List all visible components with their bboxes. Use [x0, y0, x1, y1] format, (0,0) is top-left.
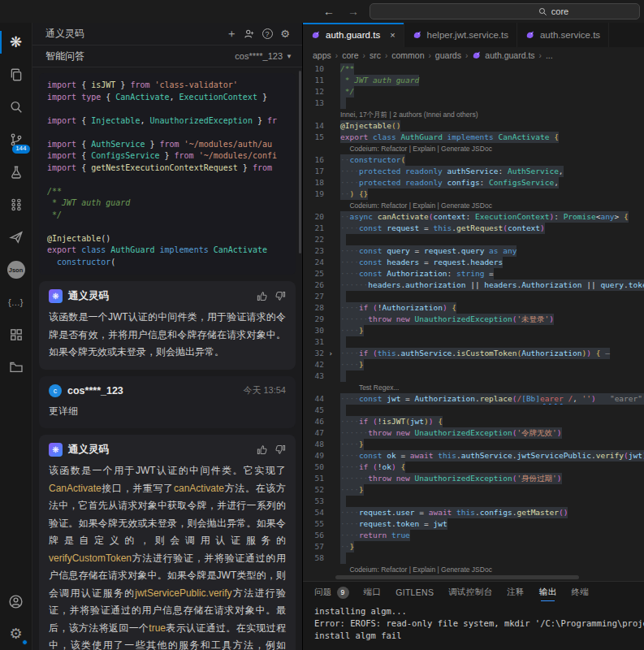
codelens[interactable]: Codeium: Refactor | Explain | Generate J…	[303, 564, 644, 575]
panel-tab[interactable]: 端口	[364, 582, 382, 603]
panel-tab[interactable]: 终端	[571, 582, 589, 603]
chat-settings-button[interactable]: ⚙	[276, 25, 294, 43]
breadcrumb-item[interactable]: common	[391, 50, 424, 60]
sidebar-item-folder[interactable]	[0, 351, 32, 384]
chat-message-list[interactable]: import { isJWT } from 'class-validator'i…	[32, 67, 302, 650]
code-line: export class AuthGuard implements CanAct…	[47, 245, 287, 257]
code-line: import { isJWT } from 'class-validator'	[47, 80, 287, 92]
settings-button[interactable]: ⚙	[0, 618, 32, 650]
account-icon	[8, 594, 24, 609]
sidebar-item-source-control[interactable]: 144	[0, 124, 32, 156]
sidebar-item-json[interactable]: Json	[0, 254, 32, 286]
command-center-search[interactable]: core	[370, 3, 640, 20]
message-author: cos****_123	[67, 385, 237, 396]
code-line: /**	[47, 186, 287, 198]
editor-tab[interactable]: auth.guard.ts×	[303, 23, 404, 47]
chevron-right-icon: ›	[429, 51, 431, 60]
inline-code[interactable]: canActivate	[174, 483, 224, 494]
code-line: 50····if (!ok) {	[303, 462, 644, 473]
chat-sidebar: 通义灵码 ＋ ? ⚙ 智能问答 cos****_123 ▼ import { i…	[32, 23, 303, 650]
codelens[interactable]: Innei, 17个月前 | 2 authors (Innei and othe…	[303, 109, 644, 120]
panel-tab[interactable]: 问题9	[314, 582, 349, 603]
chevron-down-icon: ▼	[286, 53, 292, 60]
breadcrumb-item[interactable]: core	[342, 50, 358, 60]
tab-label: auth.guard.ts	[326, 30, 380, 40]
new-chat-button[interactable]: ＋	[223, 25, 240, 43]
breadcrumb-item[interactable]: apps	[313, 50, 331, 60]
chat-scrollbar[interactable]	[299, 71, 301, 254]
breadcrumb-item[interactable]: src	[370, 50, 381, 60]
close-icon[interactable]: ×	[390, 30, 395, 40]
help-button[interactable]: ?	[258, 25, 276, 43]
code-line: import { getNestExecutionContextRequest …	[47, 162, 287, 175]
nav-forward-icon[interactable]: →	[345, 5, 361, 18]
horizontal-scrollbar[interactable]	[335, 575, 579, 579]
vscode-window: ← → core ❋ 144	[0, 0, 644, 650]
code-line: 16··constructor(	[303, 154, 644, 166]
invite-button[interactable]	[240, 25, 258, 43]
thumb-down-icon[interactable]	[275, 444, 286, 455]
code-editor[interactable]: 10/**11 * JWT auth guard12 */13Innei, 17…	[303, 63, 644, 581]
code-line	[47, 174, 287, 186]
breadcrumb-item[interactable]: auth.guard.ts	[472, 50, 534, 60]
message-text: 更详细	[49, 403, 286, 421]
codelens[interactable]: Codeium: Refactor | Explain | Generate J…	[303, 143, 644, 154]
code-line: 51······throw new UnauthorizedException(…	[303, 473, 644, 484]
fold-chevron-icon[interactable]: ›	[329, 348, 333, 359]
code-line: 56····return true	[303, 530, 644, 541]
inline-code[interactable]: true	[149, 622, 166, 634]
lingma-avatar-icon: ❋	[49, 443, 63, 457]
code-line: import { AuthService } from '~/modules/a…	[47, 139, 287, 151]
inline-code[interactable]: verifyCustomToken	[49, 552, 132, 564]
output-log[interactable]: installing algm...Error: EROFS: read-onl…	[303, 603, 644, 650]
account-button[interactable]	[0, 585, 32, 618]
editor-tab[interactable]: auth.service.ts	[517, 23, 609, 47]
message-text: 该函数是一个用于JWT认证的中间件类。它实现了CanActivate接口，并重写…	[49, 462, 286, 650]
inline-code[interactable]: jwtServicePublic.verify	[135, 587, 231, 599]
code-line: 53	[303, 496, 644, 507]
code-line: 24····const headers = request.headers	[303, 257, 644, 268]
code-line: 25····const Authorization: string =	[303, 268, 644, 280]
thumb-up-icon[interactable]	[257, 291, 267, 301]
search-icon	[538, 7, 547, 16]
thumb-down-icon[interactable]	[275, 291, 286, 301]
codelens[interactable]: Codeium: Refactor | Explain | Generate J…	[303, 200, 644, 211]
sidebar-item-lingma[interactable]: ❋	[0, 26, 32, 58]
code-line: import { ConfigsService } from '~/module…	[47, 150, 287, 162]
inline-code[interactable]: CanActivate	[49, 483, 102, 494]
sidebar-item-testing[interactable]	[0, 156, 32, 188]
paper-plane-icon	[9, 230, 24, 245]
sidebar-item-explorer[interactable]	[0, 58, 32, 91]
panel-tab[interactable]: GITLENS	[395, 582, 434, 603]
code-line: 29······throw new UnauthorizedException(…	[303, 314, 644, 325]
panel-tab[interactable]: 输出	[539, 582, 557, 603]
code-line: 22	[303, 234, 644, 245]
file-type-icon	[311, 30, 321, 40]
breadcrumb-item[interactable]: ...	[546, 50, 553, 60]
title-bar: ← → core	[0, 0, 644, 23]
bottom-panel: 问题9端口GITLENS调试控制台注释输出终端 installing algm.…	[303, 581, 644, 650]
message-author: 通义灵码	[68, 443, 251, 457]
code-line: 54····request.user = await this.configs.…	[303, 507, 644, 518]
panel-tab[interactable]: 注释	[507, 582, 525, 603]
breadcrumb-item[interactable]: guards	[435, 50, 461, 60]
problems-badge: 9	[337, 587, 349, 599]
nav-back-icon[interactable]: ←	[321, 5, 337, 18]
panel-tab[interactable]: 调试控制台	[448, 582, 492, 603]
message-author: 通义灵码	[68, 289, 251, 303]
code-line	[47, 221, 287, 233]
account-dropdown[interactable]: cos****_123 ▼	[235, 51, 292, 61]
thumb-up-icon[interactable]	[257, 444, 267, 455]
code-line: 57··}	[303, 541, 644, 552]
sidebar-item-braces[interactable]: {...}	[0, 286, 32, 318]
settings-badge	[22, 639, 28, 645]
codelens[interactable]: Test Regex...	[303, 382, 644, 393]
sidebar-item-search[interactable]	[0, 91, 32, 124]
code-line: 19··) {}	[303, 188, 644, 200]
sidebar-item-dots-grid[interactable]	[0, 188, 32, 221]
sidebar-item-send[interactable]	[0, 221, 32, 254]
code-line: 17····protected readonly authService: Au…	[303, 166, 644, 177]
editor-tab[interactable]: helper.jwt.service.ts	[404, 23, 517, 47]
sidebar-item-extensions[interactable]	[0, 318, 32, 351]
code-line: 11 * JWT auth guard	[303, 75, 644, 86]
